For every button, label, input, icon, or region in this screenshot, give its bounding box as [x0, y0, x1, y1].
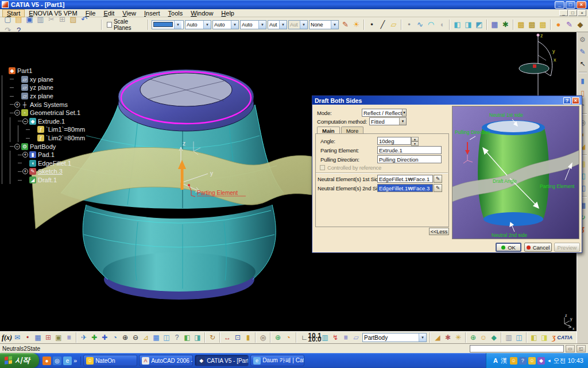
status-lock-icon[interactable]: ◱: [577, 345, 586, 352]
dropdown-icon[interactable]: ▼: [419, 334, 426, 342]
tree-item-partbody[interactable]: −⚙PartBody: [2, 142, 85, 151]
paintbrush-icon[interactable]: ✎: [340, 19, 351, 30]
tree-item-axis-systems[interactable]: +┼Axis Systems: [2, 100, 85, 109]
render-style2-icon[interactable]: ◨: [192, 332, 203, 343]
lock-mini-icon[interactable]: •: [22, 332, 33, 343]
named-views-icon[interactable]: ?: [172, 332, 182, 343]
save-icon[interactable]: ▣: [24, 14, 35, 25]
new-document-icon[interactable]: ▢: [2, 14, 13, 25]
turntable-icon[interactable]: ↻: [207, 332, 218, 343]
dropdown-icon[interactable]: ▼: [203, 21, 211, 29]
tray-msn-icon[interactable]: ☺: [528, 357, 536, 365]
apply-material-icon[interactable]: ▥: [320, 332, 330, 343]
taskbar-button-autocad-2006-[interactable]: AAutoCAD 2006 - [...: [139, 355, 193, 366]
tree-item-draft-1[interactable]: ◢Draft.1: [2, 176, 85, 185]
partbody-combo[interactable]: PartBody ▼: [362, 333, 427, 342]
measure-inertia-icon[interactable]: ▮: [243, 332, 253, 343]
menu-help[interactable]: Help: [217, 10, 238, 17]
menu-insert[interactable]: Insert: [140, 10, 164, 17]
minimize-icon[interactable]: _: [555, 1, 564, 9]
dimension-icon[interactable]: 10.110.0: [310, 332, 320, 343]
tree-item-edgefillet-1[interactable]: ◖EdgeFillet.1: [2, 159, 85, 168]
checkbox-icon[interactable]: [107, 22, 112, 28]
dropdown-icon[interactable]: ▼: [402, 109, 406, 116]
comment-icon[interactable]: ✉: [12, 332, 22, 343]
sweep-icon[interactable]: ◩: [474, 19, 485, 30]
menu-edit[interactable]: Edit: [99, 10, 118, 17]
dropdown-icon[interactable]: ▼: [279, 21, 287, 29]
ime-hanja-indicator[interactable]: 漢: [501, 356, 507, 365]
catalog-browser-icon[interactable]: ▣: [53, 332, 64, 343]
gear-icon[interactable]: ⚙: [578, 34, 588, 45]
spinner-up-icon[interactable]: ▲: [411, 137, 419, 141]
relations-icon[interactable]: ⊞: [43, 332, 53, 343]
ime-a-indicator[interactable]: A: [493, 357, 498, 364]
surface-icon[interactable]: ◖: [436, 19, 447, 30]
wedge-icon[interactable]: ◢: [432, 332, 443, 343]
undo-icon[interactable]: ↶: [79, 14, 90, 25]
quick-launch-desktop-icon[interactable]: ◎: [53, 356, 61, 365]
manikin-icon[interactable]: ◆: [489, 332, 499, 343]
point-type-combo[interactable]: Auto▼: [240, 20, 266, 29]
copy-icon[interactable]: ⊞: [57, 14, 68, 25]
spinner-down-icon[interactable]: ▼: [411, 141, 419, 146]
zoom-out-icon[interactable]: ⊖: [130, 332, 141, 343]
window-titlebar[interactable]: CATIA V5 - [Part1] _ □ ×: [0, 0, 588, 9]
swirl-icon[interactable]: ✳: [453, 332, 463, 343]
document-template-icon[interactable]: ▩: [537, 19, 548, 30]
tray-ime-icon[interactable]: ☺: [510, 357, 517, 365]
dropdown-icon[interactable]: ▼: [331, 21, 338, 29]
tree-item-part1[interactable]: ◆Part1: [2, 67, 85, 75]
symbol-combo[interactable]: Aut▼: [268, 20, 287, 29]
cancel-button[interactable]: Cancel: [524, 243, 552, 252]
face-icon[interactable]: ☺: [478, 332, 489, 343]
paste-icon[interactable]: ▨: [68, 14, 79, 25]
extrude-icon[interactable]: ◧: [452, 19, 463, 30]
lightning-icon[interactable]: ↯: [330, 332, 341, 343]
pan-icon[interactable]: ✚: [99, 332, 110, 343]
fit-all-icon[interactable]: ✚: [89, 332, 99, 343]
taskbar-button-nateon[interactable]: ☺NateOn: [83, 355, 137, 366]
tray-lang-icon[interactable]: ?: [519, 357, 527, 365]
rotate-view-icon[interactable]: ◔: [110, 332, 120, 343]
neutral1-select-icon[interactable]: ✎: [434, 175, 442, 183]
tree-expander-icon[interactable]: −: [14, 144, 20, 150]
tree-expander-icon[interactable]: −: [14, 110, 20, 116]
view-compass[interactable]: z y x: [519, 33, 556, 97]
measure-item-icon[interactable]: ⊡: [233, 332, 243, 343]
tree-expander-icon[interactable]: −: [22, 118, 28, 124]
point2-icon[interactable]: •: [404, 19, 415, 30]
tray-chevron-icon[interactable]: ◂: [548, 358, 551, 363]
constraints-icon[interactable]: ✱: [500, 19, 511, 30]
menu-view[interactable]: View: [118, 10, 140, 17]
parting-element-input[interactable]: [377, 146, 442, 154]
mdi-minimize-icon[interactable]: _: [559, 10, 568, 16]
volume-icon[interactable]: ◫: [514, 332, 524, 343]
quick-launch-ie-icon[interactable]: e: [63, 356, 72, 365]
fly-mode-icon[interactable]: ✈: [79, 332, 89, 343]
catalog-icon[interactable]: ◆: [575, 19, 586, 30]
neutral2-select-icon[interactable]: ✎: [434, 184, 442, 192]
tray-volume-icon[interactable]: ◆: [537, 357, 545, 365]
mode-combo[interactable]: Reflect / Reflect ▼: [362, 109, 407, 117]
revolve-icon[interactable]: ◨: [463, 19, 474, 30]
tree-expander-icon[interactable]: +: [22, 168, 28, 174]
ok-button[interactable]: OK: [496, 243, 521, 252]
update-icon[interactable]: ●: [553, 19, 564, 30]
zoom-in-icon[interactable]: ⊕: [120, 332, 130, 343]
menu-window[interactable]: Window: [187, 10, 217, 17]
render-style-icon[interactable]: ◧: [182, 332, 192, 343]
tree-item--lim2-80mm[interactable]: ƒ`Lim2`=80mm: [2, 134, 85, 143]
restore-icon[interactable]: □: [566, 1, 575, 9]
sketcher-icon[interactable]: ✎: [578, 47, 588, 57]
user-feature-icon[interactable]: ▩: [527, 19, 537, 30]
histogram-icon[interactable]: ◔: [283, 332, 293, 343]
arc-icon[interactable]: ◠: [425, 19, 436, 30]
tree-item-zx-plane[interactable]: ▱zx plane: [2, 92, 85, 101]
neutral1-input[interactable]: [377, 175, 433, 183]
paint-part-icon[interactable]: ✎: [564, 19, 575, 30]
iso-view-icon[interactable]: ◫: [161, 332, 172, 343]
dialog-titlebar[interactable]: Draft Both Sides ? ×: [312, 96, 582, 105]
dialog-close-icon[interactable]: ×: [572, 97, 579, 104]
select-cursor-icon[interactable]: ↖: [578, 59, 588, 69]
